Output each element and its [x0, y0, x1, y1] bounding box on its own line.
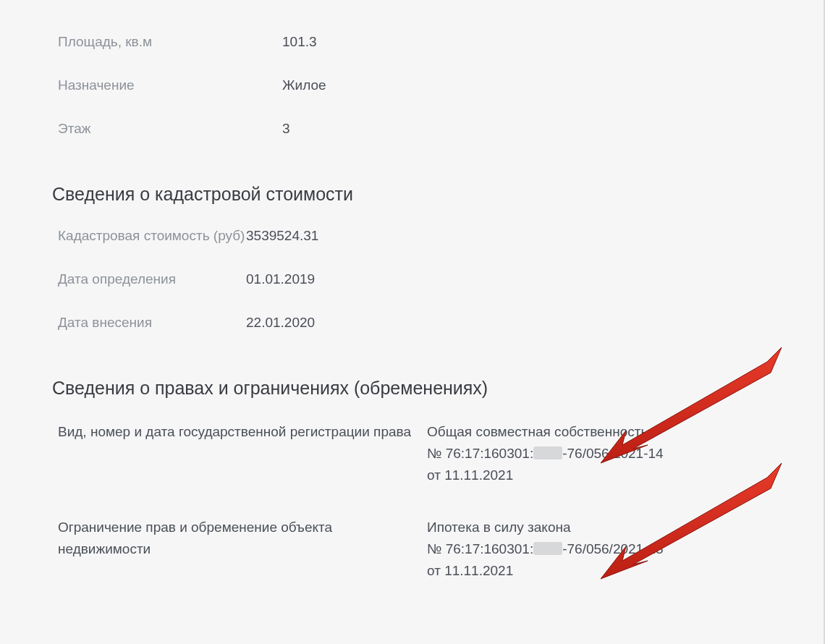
registration-value-line1: Общая совместная собственность: [427, 421, 766, 443]
encumbrance-label: Ограничение прав и обременение объекта н…: [58, 517, 427, 560]
purpose-value: Жилое: [282, 75, 766, 96]
cadastral-cost-value: 3539524.31: [246, 226, 766, 246]
redaction-block-icon: [533, 446, 562, 459]
entry-date-value: 22.01.2020: [246, 313, 766, 333]
floor-value: 3: [282, 119, 766, 139]
floor-label: Этаж: [58, 119, 282, 139]
purpose-label: Назначение: [58, 75, 282, 96]
section-basic: Площадь, кв.м 101.3 Назначение Жилое Эта…: [0, 20, 824, 151]
area-value: 101.3: [282, 32, 766, 52]
determination-date-label: Дата определения: [58, 269, 246, 289]
determination-date-value: 01.01.2019: [246, 269, 766, 289]
rights-section-title-real: Сведения о правах и ограничениях (обреме…: [0, 344, 824, 408]
row-entry-date: Дата внесения 22.01.2020: [58, 301, 766, 344]
row-area: Площадь, кв.м 101.3: [58, 20, 766, 64]
registration-value-line2: № 76:17:160301:-76/056/2021-14: [427, 443, 766, 465]
row-registration: Вид, номер и дата государственной регист…: [58, 408, 766, 504]
encumbrance-value-line1: Ипотека в силу закона: [427, 517, 766, 538]
encumbrance-value-line2: № 76:17:160301:-76/056/2021-15: [427, 538, 766, 560]
cadastral-cost-label: Кадастровая стоимость (руб): [58, 226, 246, 246]
area-label: Площадь, кв.м: [58, 32, 282, 52]
row-floor: Этаж 3: [58, 107, 766, 151]
row-cadastral-cost: Кадастровая стоимость (руб) 3539524.31: [58, 214, 766, 258]
registration-label: Вид, номер и дата государственной регист…: [58, 421, 427, 443]
registration-number-suffix: -76/056/2021-14: [562, 446, 663, 461]
row-purpose: Назначение Жилое: [58, 64, 766, 107]
registration-value: Общая совместная собственность № 76:17:1…: [427, 421, 766, 486]
entry-date-label: Дата внесения: [58, 313, 246, 333]
section-rights: Вид, номер и дата государственной регист…: [0, 408, 824, 599]
encumbrance-number-prefix: № 76:17:160301:: [427, 541, 533, 556]
row-determination-date: Дата определения 01.01.2019: [58, 258, 766, 301]
cadastral-section-title: Сведения о кадастровой стоимости: [0, 151, 824, 214]
section-cadastral: Кадастровая стоимость (руб) 3539524.31 Д…: [0, 214, 824, 344]
document-page: Площадь, кв.м 101.3 Назначение Жилое Эта…: [0, 0, 825, 644]
registration-value-line3: от 11.11.2021: [427, 465, 766, 486]
encumbrance-value: Ипотека в силу закона № 76:17:160301:-76…: [427, 517, 766, 582]
encumbrance-value-line3: от 11.11.2021: [427, 560, 766, 582]
redaction-block-icon: [533, 542, 562, 555]
registration-number-prefix: № 76:17:160301:: [427, 446, 533, 461]
encumbrance-number-suffix: -76/056/2021-15: [562, 541, 663, 556]
row-encumbrance: Ограничение прав и обременение объекта н…: [58, 504, 766, 599]
